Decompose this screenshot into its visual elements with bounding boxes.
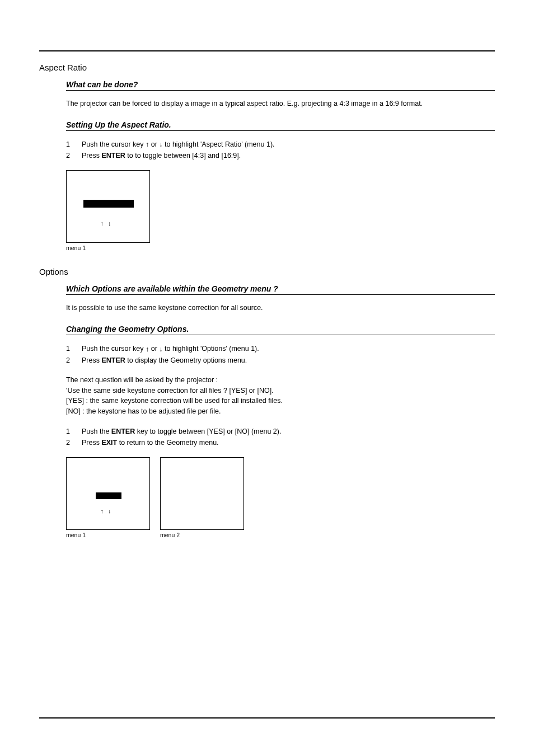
bold-key: ENTER: [111, 428, 135, 435]
list-item: 2 Press EXIT to return to the Geometry m…: [66, 437, 495, 448]
bold-key: ENTER: [101, 356, 125, 364]
options-description: It is possible to use the same keystone …: [66, 303, 495, 313]
para-line: [YES] : the same keystone correction wil…: [66, 397, 283, 405]
top-divider: [39, 50, 495, 51]
text-fragment: Press: [82, 439, 101, 447]
arrow-up-icon: ↑: [101, 508, 109, 514]
menu-1-caption: menu 1: [66, 532, 150, 538]
step-text: Press EXIT to return to the Geometry men…: [82, 437, 495, 448]
step-number: 1: [66, 139, 82, 151]
arrow-down-icon: ↓: [108, 508, 116, 514]
para-line: 'Use the same side keystone correction f…: [66, 387, 274, 395]
bold-key: EXIT: [101, 439, 117, 447]
document-page: Aspect Ratio What can be done? The proje…: [0, 0, 534, 752]
step-number: 2: [66, 150, 82, 161]
menu-arrows: ↑↓: [67, 219, 149, 226]
menu-arrows: ↑↓: [67, 507, 149, 514]
options-menu-row: ↑↓ menu 1 menu 2: [66, 457, 495, 538]
list-item: 1 Push the ENTER key to toggle between […: [66, 426, 495, 437]
text-fragment: Push the cursor key: [82, 140, 146, 148]
list-item: 1 Push the cursor key ↑ or ↓ to highligh…: [66, 343, 495, 355]
menu-1-wrap: ↑↓ menu 1: [66, 170, 150, 251]
menu-1-wrap: ↑↓ menu 1: [66, 457, 150, 538]
menu-1-box: ↑↓: [66, 457, 150, 530]
text-fragment: to display the Geometry options menu.: [125, 356, 247, 364]
menu-2-caption: menu 2: [160, 532, 244, 538]
text-fragment: Push the: [82, 428, 111, 435]
list-item: 2 Press ENTER to display the Geometry op…: [66, 355, 495, 366]
step-number: 2: [66, 355, 82, 366]
section-title-options: Options: [39, 267, 495, 276]
step-text: Press ENTER to display the Geometry opti…: [82, 355, 495, 366]
bottom-divider: [39, 717, 495, 719]
aspect-steps-list: 1 Push the cursor key ↑ or ↓ to highligh…: [66, 139, 495, 162]
step-number: 2: [66, 437, 82, 448]
arrow-down-icon: ↓: [108, 220, 116, 227]
text-fragment: or: [149, 345, 159, 353]
step-text: Push the cursor key ↑ or ↓ to highlight …: [82, 343, 495, 355]
text-fragment: key to toggle between [YES] or [NO] (men…: [135, 428, 281, 435]
menu-highlight-bar: [83, 200, 134, 208]
section-title-aspect-ratio: Aspect Ratio: [39, 63, 495, 72]
menu-2-box: [160, 457, 244, 530]
bold-key: ENTER: [101, 152, 125, 159]
text-fragment: to highlight 'Aspect Ratio' (menu 1).: [163, 140, 275, 148]
step-text: Push the cursor key ↑ or ↓ to highlight …: [82, 139, 495, 151]
list-item: 1 Push the cursor key ↑ or ↓ to highligh…: [66, 139, 495, 151]
aspect-description: The projector can be forced to display a…: [66, 98, 495, 109]
para-line: [NO] : the keystone has to be adjusted f…: [66, 407, 221, 415]
heading-setting-up-aspect: Setting Up the Aspect Ratio.: [66, 120, 495, 131]
step-text: Push the ENTER key to toggle between [YE…: [82, 426, 495, 437]
aspect-menu-row: ↑↓ menu 1: [66, 170, 495, 251]
step-number: 1: [66, 343, 82, 355]
text-fragment: Press: [82, 356, 101, 364]
text-fragment: Push the cursor key: [82, 345, 146, 353]
options-steps-b: 1 Push the ENTER key to toggle between […: [66, 426, 495, 448]
list-item: 2 Press ENTER to to toggle between [4:3]…: [66, 150, 495, 161]
menu-highlight-bar: [96, 492, 121, 499]
text-fragment: to return to the Geometry menu.: [117, 439, 218, 447]
heading-changing-geometry: Changing the Geometry Options.: [66, 325, 495, 335]
step-number: 1: [66, 426, 82, 437]
options-steps-a: 1 Push the cursor key ↑ or ↓ to highligh…: [66, 343, 495, 366]
text-fragment: Press: [82, 152, 101, 159]
heading-what-can-be-done: What can be done?: [66, 80, 495, 91]
text-fragment: to to toggle between [4:3] and [16:9].: [125, 152, 241, 159]
options-para-block: The next question will be asked by the p…: [66, 375, 495, 417]
text-fragment: or: [149, 140, 159, 148]
step-text: Press ENTER to to toggle between [4:3] a…: [82, 150, 495, 161]
options-content: Which Options are available within the G…: [66, 284, 495, 538]
arrow-up-icon: ↑: [101, 220, 109, 227]
menu-2-wrap: menu 2: [160, 457, 244, 538]
menu-1-caption: menu 1: [66, 245, 150, 251]
para-line: The next question will be asked by the p…: [66, 376, 218, 384]
heading-which-options: Which Options are available within the G…: [66, 284, 495, 295]
text-fragment: to highlight 'Options' (menu 1).: [163, 345, 259, 353]
menu-1-box: ↑↓: [66, 170, 150, 243]
aspect-content: What can be done? The projector can be f…: [66, 80, 495, 251]
